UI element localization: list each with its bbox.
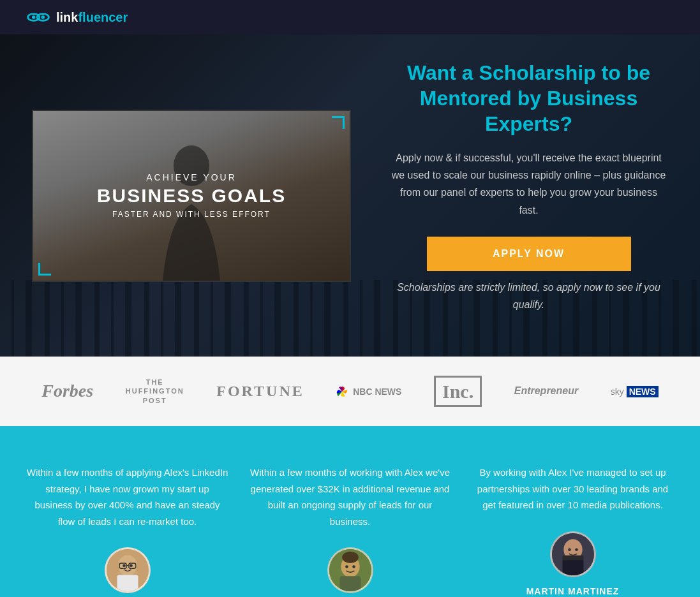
logo[interactable]: linkfluencer [26,8,128,27]
svg-point-22 [568,548,571,551]
testimonials-section: Within a few months of applying Alex's L… [0,426,700,597]
svg-point-8 [123,564,126,568]
logo-icon [26,8,51,27]
testimonial-3: By working with Alex I've managed to set… [471,464,674,597]
cta-heading: Want a Scholarship to be Mentored by Bus… [389,60,668,136]
svg-rect-24 [562,555,583,559]
martin-face [552,531,594,577]
svg-rect-15 [339,576,361,591]
svg-point-17 [352,565,355,568]
svg-point-3 [41,15,45,18]
corner-decoration-tr [332,116,345,129]
press-logo-entrepreneur: Entrepreneur [514,385,578,398]
svg-point-2 [32,15,35,18]
svg-point-9 [130,564,133,568]
avatar-2-image [329,549,371,591]
fine-print: Scholarships are strictly limited, so ap… [389,279,668,313]
cta-body: Apply now & if successful, you'll receiv… [389,149,668,219]
sky-text: sky [611,387,624,397]
video-line1: ACHIEVE YOUR [146,172,237,182]
testimonial-3-name: MARTIN MARTINEZ [471,586,674,596]
svg-point-18 [342,552,359,563]
hero-cta: Want a Scholarship to be Mentored by Bus… [389,60,668,331]
svg-point-23 [575,548,578,551]
press-bar: Forbes THEHUFFINGTONPOST FORTUNE NBC NEW… [0,357,700,426]
press-logo-inc: Inc. [434,376,482,407]
testimonial-2-avatar [327,547,373,593]
header: linkfluencer [0,0,700,34]
logo-highlight: fluencer [78,10,128,24]
video-line2: BUSINESS GOALS [97,185,286,206]
hero-section: ACHIEVE YOUR BUSINESS GOALS FASTER AND W… [0,34,700,357]
corner-decoration-bl [38,263,51,276]
svg-point-16 [345,565,348,568]
logo-text: linkfluencer [56,10,128,25]
testimonial-3-avatar [550,531,596,577]
testimonial-1: Within a few months of applying Alex's L… [26,464,229,597]
testimonial-3-quote: By working with Alex I've managed to set… [471,464,674,513]
svg-rect-7 [117,575,138,591]
testimonial-2-quote: Within a few months of working with Alex… [248,464,452,529]
press-logo-fortune: FORTUNE [216,381,304,401]
press-logo-forbes: Forbes [41,380,93,402]
video-line3: FASTER AND WITH LESS EFFORT [112,210,271,219]
avatar-3-image [552,533,594,575]
edgard-face [329,547,371,593]
press-logo-nbc: NBC NEWS [336,386,401,397]
press-logo-skynews: sky NEWS [611,386,659,397]
testimonial-1-quote: Within a few months of applying Alex's L… [26,464,229,529]
avatar-1-image [107,549,149,591]
testimonial-1-avatar [105,547,151,593]
news-text: NEWS [627,386,659,397]
scott-face [107,547,149,593]
press-logo-huffpost: THEHUFFINGTONPOST [126,378,184,405]
hero-video[interactable]: ACHIEVE YOUR BUSINESS GOALS FASTER AND W… [32,110,351,282]
testimonial-2: Within a few months of working with Alex… [248,464,452,597]
apply-now-button[interactable]: APPLY NOW [427,237,631,271]
nbc-peacock-icon [336,386,348,397]
svg-rect-21 [562,559,583,575]
video-overlay-text: ACHIEVE YOUR BUSINESS GOALS FASTER AND W… [33,111,350,281]
hero-content: ACHIEVE YOUR BUSINESS GOALS FASTER AND W… [0,34,700,357]
